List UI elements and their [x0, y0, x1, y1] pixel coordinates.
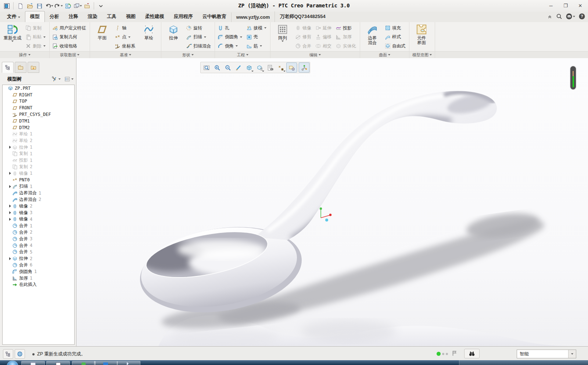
- tree-item-边界混合-1[interactable]: 边界混合1: [3, 190, 74, 196]
- graphics-viewport[interactable]: [76, 58, 588, 346]
- tree-settings-button[interactable]: [63, 75, 75, 83]
- tree-item-right[interactable]: RIGHT: [3, 92, 74, 98]
- tree-item-pnt0[interactable]: PNT0: [3, 177, 74, 183]
- save-button[interactable]: [35, 1, 44, 10]
- selection-filter-dropdown[interactable]: [568, 350, 576, 358]
- tree-item-dtm1[interactable]: DTM1: [3, 118, 74, 124]
- tree-tools-button[interactable]: [50, 75, 62, 83]
- tree-item-复制-2[interactable]: 复制2: [3, 164, 74, 170]
- ribbon-button-sketch[interactable]: 草绘: [138, 23, 159, 51]
- ribbon-tab-10[interactable]: www.yzfjy.com: [231, 13, 275, 22]
- tree-item-草绘-2[interactable]: 草绘2: [3, 137, 74, 144]
- app-window-button[interactable]: [2, 1, 11, 10]
- taskbar-button-3[interactable]: [72, 361, 96, 365]
- tree-item-合并-3[interactable]: 合并3: [3, 235, 74, 242]
- ribbon-group-label[interactable]: 获取数据: [50, 51, 90, 58]
- spin-center-button[interactable]: [299, 63, 309, 72]
- ribbon-button-copy-geometry[interactable]: 复制几何: [51, 33, 88, 42]
- annotation-display-button[interactable]: [286, 63, 297, 72]
- ribbon-tab-8[interactable]: 应用程序: [169, 11, 198, 22]
- ribbon-button-intersect[interactable]: 相交: [314, 42, 334, 50]
- ribbon-button-style[interactable]: 样式: [384, 33, 408, 42]
- window-switch-button[interactable]: [73, 1, 82, 10]
- taskbar-button-2[interactable]: [46, 361, 70, 365]
- tree-item-front[interactable]: FRONT: [3, 104, 74, 111]
- repaint-button[interactable]: [233, 63, 244, 72]
- redo-button[interactable]: [54, 1, 63, 10]
- tree-item-合并-2[interactable]: 合并2: [3, 229, 74, 236]
- ribbon-tab-2[interactable]: 分析: [45, 11, 64, 22]
- restore-button[interactable]: ❐: [562, 2, 570, 9]
- ribbon-button-hole[interactable]: 孔: [216, 24, 244, 32]
- tree-item-prt_csys_def[interactable]: PRT_CSYS_DEF: [3, 111, 74, 118]
- ribbon-tab-4[interactable]: 渲染: [83, 11, 102, 22]
- ribbon-button-delete[interactable]: 删除: [24, 42, 48, 50]
- close-button[interactable]: ✕: [576, 2, 584, 9]
- tree-item-top[interactable]: TOP: [3, 98, 74, 105]
- selection-filter-combo[interactable]: 智能: [517, 350, 576, 358]
- ribbon-button-plane[interactable]: 平面: [92, 23, 113, 51]
- ribbon-tab-9[interactable]: 云中帆教育: [198, 11, 231, 22]
- ribbon-group-label[interactable]: 曲面: [360, 51, 409, 58]
- tree-item-倒圆角-1[interactable]: 倒圆角1: [3, 268, 74, 275]
- ribbon-button-solidify[interactable]: 实体化: [334, 42, 358, 50]
- ribbon-group-label[interactable]: 基准: [90, 51, 161, 58]
- ribbon-button-merge[interactable]: 合并: [294, 42, 313, 50]
- ribbon-button-project[interactable]: 投影: [334, 24, 358, 32]
- ribbon-tab-11[interactable]: 万老师QQ734482554: [275, 11, 330, 22]
- folder-browser-tab[interactable]: [15, 62, 26, 73]
- ribbon-button-point[interactable]: 点: [114, 33, 137, 42]
- tree-item-合并-1[interactable]: 合并1: [3, 223, 74, 229]
- expand-arrow-icon[interactable]: [9, 185, 11, 188]
- tree-item-镜像-2[interactable]: 镜像2: [3, 203, 74, 209]
- model-tree-tab[interactable]: [2, 62, 14, 73]
- tree-item-镜像-4[interactable]: 镜像4: [3, 216, 74, 223]
- ribbon-button-shell[interactable]: 壳: [245, 33, 269, 42]
- tree-item-边界混合-2[interactable]: 边界混合2: [3, 196, 74, 203]
- ribbon-button-trim[interactable]: 修剪: [294, 33, 313, 42]
- ribbon-button-revolve[interactable]: 旋转: [185, 24, 213, 32]
- ribbon-button-component-interface[interactable]: 元件 界面: [411, 23, 432, 51]
- favorites-tab[interactable]: [28, 62, 39, 73]
- tree-item-zp.prt[interactable]: ZP.PRT: [3, 85, 74, 92]
- ribbon-button-round[interactable]: 倒圆角: [216, 33, 244, 42]
- taskbar-button-1[interactable]: [21, 361, 45, 365]
- start-orb[interactable]: [7, 361, 18, 365]
- tree-item-拉伸-1[interactable]: 拉伸1: [3, 144, 74, 150]
- ribbon-button-sweep[interactable]: 扫描: [185, 33, 213, 42]
- ribbon-group-label[interactable]: 模型意图: [409, 51, 435, 58]
- zoom-out-button[interactable]: [222, 63, 233, 72]
- undo-button[interactable]: [44, 1, 53, 10]
- tree-item-dtm2[interactable]: DTM2: [3, 124, 74, 131]
- tree-item-扫描-1[interactable]: 扫描1: [3, 183, 74, 190]
- expand-arrow-icon[interactable]: [9, 146, 11, 149]
- refit-button[interactable]: [201, 63, 212, 72]
- view-manager-button[interactable]: [265, 63, 276, 72]
- tree-item-复制-1[interactable]: 复制1: [3, 150, 74, 157]
- tree-item-加厚-1[interactable]: 加厚1: [3, 275, 74, 281]
- open-file-button[interactable]: [25, 1, 34, 10]
- help-button[interactable]: ?: [579, 13, 585, 20]
- expand-arrow-icon[interactable]: [9, 257, 11, 260]
- expand-arrow-icon[interactable]: [9, 205, 11, 208]
- ribbon-button-boundary-blend[interactable]: 边界 混合: [362, 23, 383, 51]
- ribbon-button-csys[interactable]: 坐标系: [114, 42, 137, 50]
- command-search-button[interactable]: [556, 13, 562, 20]
- ribbon-button-extend[interactable]: 延伸: [314, 24, 334, 32]
- ribbon-tab-file[interactable]: 文件: [2, 11, 25, 22]
- minimize-button[interactable]: ─: [547, 2, 555, 9]
- tree-item-在此插入[interactable]: 在此插入: [3, 281, 74, 288]
- taskbar-button-5[interactable]: [117, 361, 140, 365]
- tree-item-草绘-1[interactable]: 草绘1: [3, 131, 74, 138]
- taskbar-button-4[interactable]: [94, 361, 118, 365]
- tree-item-合并-4[interactable]: 合并4: [3, 242, 74, 249]
- ribbon-button-paste[interactable]: 粘贴: [24, 33, 48, 42]
- ribbon-tab-5[interactable]: 工具: [102, 11, 121, 22]
- ribbon-button-fill[interactable]: 填充: [384, 24, 408, 32]
- ribbon-group-label[interactable]: 操作: [0, 51, 49, 58]
- model-tree-toggle-button[interactable]: [3, 349, 13, 359]
- ribbon-button-thicken[interactable]: 加厚: [334, 33, 358, 42]
- ribbon-group-label[interactable]: 编辑: [270, 51, 360, 58]
- expand-arrow-icon[interactable]: [9, 172, 11, 175]
- ribbon-button-draft[interactable]: 拔模: [245, 24, 269, 32]
